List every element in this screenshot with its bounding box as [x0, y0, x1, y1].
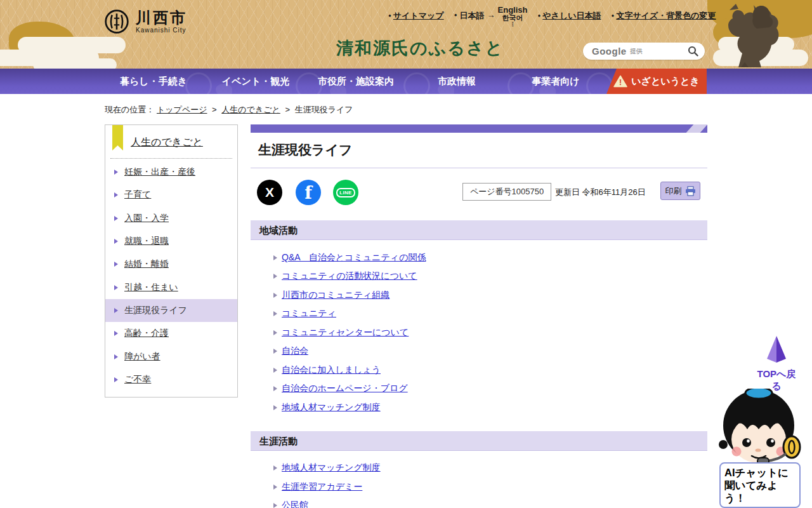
search-input[interactable]: Google 提供 — [583, 43, 705, 60]
triangle-bullet-icon — [273, 293, 277, 298]
back-to-top-button[interactable]: TOPへ戻る — [752, 335, 801, 392]
nav-item-cityhall-facilities[interactable]: 市役所・施設案内 — [318, 69, 394, 94]
content-link[interactable]: 地域人材マッチング制度 — [282, 402, 381, 413]
triangle-bullet-icon — [114, 285, 118, 290]
language-switcher[interactable]: 日本語 → English 한국어 ⋮ — [454, 10, 528, 28]
list-item: コミュニティセンターについて — [251, 323, 707, 342]
content-link[interactable]: コミュニティ — [282, 308, 336, 319]
page-meta-row: X f LINE ページ番号1005750 更新日 令和6年11月26日 印刷 — [251, 176, 707, 215]
city-slogan: 清和源氏のふるさと — [336, 37, 504, 60]
page-number-badge: ページ番号1005750 — [462, 183, 551, 201]
easy-japanese-link[interactable]: やさしい日本語 — [537, 10, 601, 22]
list-item: 地域人材マッチング制度 — [251, 459, 707, 478]
community-link-list: Q&A 自治会とコミュニティの関係 コミュニティの活動状況について 川西市のコミ… — [251, 240, 707, 417]
triangle-bullet-icon — [273, 485, 277, 490]
sidebar-item-disability[interactable]: 障がい者 — [105, 345, 237, 368]
triangle-bullet-icon — [273, 255, 277, 260]
content-link[interactable]: 自治会に加入しましょう — [282, 364, 381, 376]
sidebar-item-pregnancy[interactable]: 妊娠・出産・産後 — [105, 161, 237, 184]
sidebar-title-link[interactable]: 人生のできごと — [131, 136, 203, 149]
x-share-icon[interactable]: X — [257, 180, 282, 205]
nav-item-business[interactable]: 事業者向け — [532, 69, 579, 94]
sidebar-item-marriage[interactable]: 結婚・離婚 — [105, 253, 237, 276]
list-item: 生涯学習アカデミー — [251, 478, 707, 497]
breadcrumb-prefix: 現在の位置： — [105, 105, 154, 114]
mascot-icon — [718, 389, 804, 465]
ai-chat-line1: AIチャットに — [724, 466, 796, 479]
breadcrumb-home-link[interactable]: トップページ — [157, 105, 207, 114]
facebook-share-icon[interactable]: f — [296, 180, 321, 205]
content-link[interactable]: 公民館 — [282, 500, 308, 508]
ai-chat-widget[interactable]: AIチャットに 聞いてみよう！ — [718, 389, 804, 508]
print-button[interactable]: 印刷 — [660, 182, 700, 200]
utility-links: サイトマップ 日本語 → English 한국어 ⋮ やさしい日本語 文字サイズ… — [388, 10, 716, 28]
nav-item-living-procedures[interactable]: 暮らし・手続き — [120, 69, 187, 94]
triangle-bullet-icon — [273, 349, 277, 354]
line-share-icon[interactable]: LINE — [333, 180, 358, 205]
nav-crest-decoration — [508, 72, 534, 94]
logo-text: 川西市 Kawanishi City — [136, 10, 187, 33]
list-item: コミュニティの活動状況について — [251, 267, 707, 286]
content-link[interactable]: 川西市のコミュニティ組織 — [282, 290, 390, 301]
triangle-bullet-icon — [114, 216, 118, 221]
ai-chat-speech-bubble[interactable]: AIチャットに 聞いてみよう！ — [719, 462, 801, 508]
site-header: 川西市 Kawanishi City サイトマップ 日本語 → English … — [0, 0, 812, 69]
arrow-icon: → — [487, 10, 495, 20]
triangle-bullet-icon — [273, 503, 277, 508]
content-link[interactable]: 生涯学習アカデミー — [282, 481, 362, 493]
sidebar-item-moving-housing[interactable]: 引越・住まい — [105, 276, 237, 298]
nav-crest-decoration — [403, 72, 430, 94]
page-title: 生涯現役ライフ — [258, 141, 707, 159]
content-link[interactable]: 地域人材マッチング制度 — [282, 462, 381, 474]
triangle-bullet-icon — [114, 308, 118, 313]
svg-text:!: ! — [619, 78, 622, 87]
triangle-bullet-icon — [273, 386, 277, 391]
breadcrumb-separator: > — [285, 105, 290, 114]
sitemap-link[interactable]: サイトマップ — [388, 10, 444, 22]
triangle-bullet-icon — [273, 405, 277, 410]
content-link[interactable]: コミュニティセンターについて — [282, 327, 409, 338]
city-name: 川西市 — [136, 10, 187, 26]
content-link[interactable]: 自治会 — [282, 345, 308, 357]
content-link[interactable]: 自治会のホームページ・ブログ — [282, 383, 408, 394]
display-settings-link[interactable]: 文字サイズ・背景色の変更 — [612, 10, 716, 22]
nav-item-events-tourism[interactable]: イベント・観光 — [222, 69, 289, 94]
city-name-en: Kawanishi City — [136, 27, 187, 34]
sidebar-item-elderly-care[interactable]: 高齢・介護 — [105, 322, 237, 345]
breadcrumb-parent-link[interactable]: 人生のできごと — [221, 105, 280, 114]
nav-item-city-government[interactable]: 市政情報 — [438, 69, 476, 94]
nav-item-emergency[interactable]: ! いざというとき — [606, 69, 707, 94]
triangle-bullet-icon — [273, 465, 277, 471]
bookmark-ribbon-icon — [112, 125, 123, 150]
sidebar-item-bereavement[interactable]: ご不幸 — [105, 368, 237, 391]
sidebar-item-lifelong-active-current[interactable]: 生涯現役ライフ — [105, 299, 237, 322]
triangle-bullet-icon — [273, 274, 277, 279]
content-link[interactable]: コミュニティの活動状況について — [282, 271, 417, 282]
list-item: コミュニティ — [251, 305, 707, 324]
printer-icon — [685, 186, 696, 196]
list-item: 公民館 — [251, 497, 707, 508]
list-item: 川西市のコミュニティ組織 — [251, 286, 707, 305]
triangle-bullet-icon — [114, 262, 118, 267]
breadcrumb-current: 生涯現役ライフ — [295, 105, 353, 114]
language-english[interactable]: English — [498, 6, 528, 15]
list-item: Q&A 自治会とコミュニティの関係 — [251, 248, 707, 267]
list-item: 地域人材マッチング制度 — [251, 398, 707, 417]
more-languages-icon: ⋮ — [509, 22, 515, 27]
search-icon[interactable] — [688, 46, 698, 57]
title-underline — [251, 168, 707, 168]
sidebar-item-childcare[interactable]: 子育て — [105, 184, 237, 206]
triangle-bullet-icon — [114, 192, 118, 197]
language-japanese: 日本語 — [460, 10, 485, 22]
section-heading-lifelong: 生涯活動 — [251, 431, 707, 451]
content-link[interactable]: Q&A 自治会とコミュニティの関係 — [282, 252, 426, 264]
lifelong-link-list: 地域人材マッチング制度 生涯学習アカデミー 公民館 — [251, 451, 707, 508]
samurai-statue-image — [717, 1, 792, 67]
sidebar-menu: 妊娠・出産・産後 子育て 入園・入学 就職・退職 結婚・離婚 引越・住まい 生涯… — [105, 161, 237, 391]
list-item: 自治会のホームページ・ブログ — [251, 380, 707, 399]
sidebar-item-employment[interactable]: 就職・退職 — [105, 230, 237, 253]
city-logo[interactable]: 川西市 Kawanishi City — [103, 8, 187, 35]
sidebar-item-school-entry[interactable]: 入園・入学 — [105, 207, 237, 230]
section-heading-community: 地域活動 — [251, 220, 707, 240]
triangle-bullet-icon — [114, 239, 118, 244]
